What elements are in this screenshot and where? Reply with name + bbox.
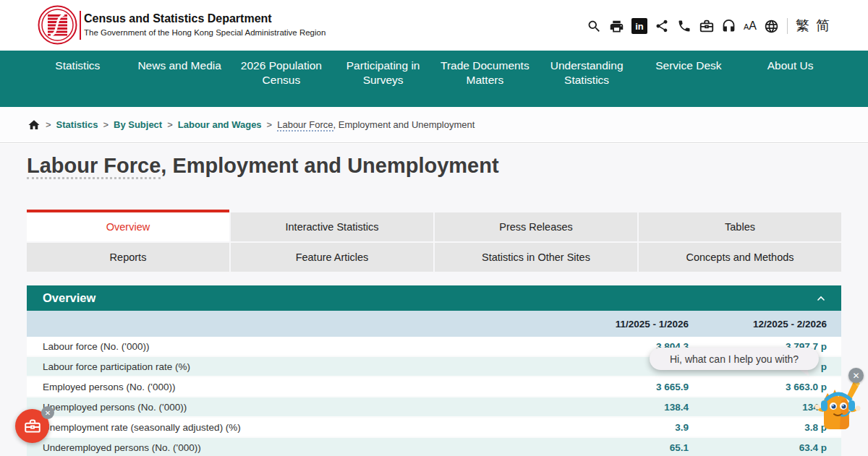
row-label: Unemployment rate (seasonally adjusted) … — [43, 422, 551, 433]
lang-traditional-chinese[interactable]: 繁 — [796, 17, 809, 35]
row-label: Labour force (No. ('000)) — [43, 341, 551, 352]
row-label: Unemployed persons (No. ('000)) — [43, 402, 551, 413]
tab-concepts-and-methods[interactable]: Concepts and Methods — [639, 243, 841, 272]
breadcrumb-current-rest: , Employment and Unemployment — [333, 119, 475, 130]
breadcrumb-link-statistics[interactable]: Statistics — [56, 119, 98, 130]
csd-logo-icon[interactable] — [38, 5, 77, 45]
row-label: Underemployed persons (No. ('000)) — [43, 442, 551, 453]
page-title-rest: , Employment and Unemployment — [161, 154, 498, 177]
table-header-period-1: 11/2025 - 1/2026 — [551, 319, 689, 330]
lang-simplified-chinese[interactable]: 简 — [816, 17, 830, 35]
language-globe-icon[interactable] — [763, 18, 779, 34]
overview-section-header[interactable]: Overview — [27, 285, 841, 311]
chat-close-icon[interactable]: ✕ — [848, 368, 864, 383]
brand-divider — [80, 11, 81, 40]
phone-icon[interactable] — [676, 18, 692, 34]
linkedin-icon[interactable]: in — [631, 18, 647, 34]
nav-item-service-desk[interactable]: Service Desk — [638, 51, 740, 107]
tab-interactive-statistics[interactable]: Interactive Statistics — [231, 210, 433, 241]
breadcrumb-current-term: Labour Force — [277, 119, 333, 132]
overview-section-title: Overview — [43, 291, 95, 305]
tab-overview[interactable]: Overview — [27, 210, 229, 241]
row-value-2: 3.8 p — [689, 422, 827, 433]
fab-close-icon[interactable]: ✕ — [41, 406, 54, 419]
row-label: Labour force participation rate (%) — [43, 361, 551, 372]
overview-section: Overview 11/2025 - 1/2026 12/2025 - 2/20… — [27, 285, 841, 456]
main-nav: Statistics News and Media 2026 Populatio… — [0, 51, 868, 107]
nav-item-statistics[interactable]: Statistics — [27, 51, 129, 107]
breadcrumb-separator: > — [267, 119, 273, 130]
chatbot-mascot[interactable] — [814, 379, 862, 436]
table-header-period-2: 12/2025 - 2/2026 — [689, 319, 827, 330]
tab-press-releases[interactable]: Press Releases — [435, 210, 637, 241]
section-tabs: Overview Interactive Statistics Press Re… — [27, 210, 841, 272]
row-value-1: 65.1 — [551, 442, 689, 453]
nav-item-about-us[interactable]: About Us — [739, 51, 841, 107]
page-title: Labour Force, Employment and Unemploymen… — [27, 154, 499, 178]
nav-item-2026-population-census[interactable]: 2026 Population Census — [231, 51, 333, 107]
table-row: Underemployed persons (No. ('000)) 65.1 … — [27, 438, 841, 456]
row-value-1: 3 665.9 — [551, 382, 689, 392]
row-value-1: 3.9 — [551, 422, 689, 433]
row-value-1: 138.4 — [551, 402, 689, 413]
headset-icon[interactable] — [721, 18, 737, 34]
row-value-2: 63.4 p — [689, 442, 827, 453]
breadcrumb-link-by-subject[interactable]: By Subject — [114, 119, 162, 130]
table-row: Unemployment rate (seasonally adjusted) … — [27, 418, 841, 438]
site-subtitle: The Government of the Hong Kong Special … — [84, 28, 326, 37]
icon-divider — [787, 18, 788, 34]
breadcrumb-separator: > — [46, 119, 51, 130]
site-title: Census and Statistics Department — [84, 12, 272, 25]
table-row: Employed persons (No. ('000)) 3 665.9 3 … — [27, 377, 841, 397]
home-icon[interactable] — [27, 119, 41, 132]
breadcrumb-current-page: Labour Force, Employment and Unemploymen… — [277, 119, 475, 130]
row-label: Employed persons (No. ('000)) — [43, 382, 551, 392]
breadcrumb-separator: > — [103, 119, 109, 130]
nav-item-trade-documents-matters[interactable]: Trade Documents Matters — [434, 51, 536, 107]
utility-icon-bar: in AA 繁 简 — [587, 15, 830, 37]
tab-reports[interactable]: Reports — [27, 243, 229, 272]
font-size-icon[interactable]: AA — [744, 20, 757, 33]
share-icon[interactable] — [654, 18, 670, 34]
collapse-chevron-up-icon[interactable] — [815, 293, 827, 304]
toolbox-icon[interactable] — [699, 18, 715, 34]
breadcrumb: > Statistics > By Subject > Labour and W… — [0, 107, 868, 143]
search-icon[interactable] — [587, 18, 603, 34]
site-header: Census and Statistics Department The Gov… — [0, 0, 868, 51]
tab-feature-articles[interactable]: Feature Articles — [231, 243, 433, 272]
tab-tables[interactable]: Tables — [639, 210, 841, 241]
nav-item-understanding-statistics[interactable]: Understanding Statistics — [536, 51, 638, 107]
breadcrumb-link-labour-and-wages[interactable]: Labour and Wages — [178, 119, 262, 130]
chat-greeting-bubble[interactable]: Hi, what can I help you with? — [650, 348, 819, 370]
nav-item-news-and-media[interactable]: News and Media — [129, 51, 231, 107]
row-value-2: 134.7 — [689, 402, 827, 413]
toolbox-icon — [23, 417, 42, 436]
breadcrumb-separator: > — [167, 119, 173, 130]
table-header-row: 11/2025 - 1/2026 12/2025 - 2/2026 — [27, 311, 841, 337]
print-icon[interactable] — [609, 18, 625, 34]
page-title-term: Labour Force — [27, 154, 161, 179]
row-value-2: 3 663.0 p — [689, 382, 827, 392]
tab-statistics-in-other-sites[interactable]: Statistics in Other Sites — [435, 243, 637, 272]
page: Census and Statistics Department The Gov… — [0, 0, 868, 456]
table-row: Unemployed persons (No. ('000)) 138.4 13… — [27, 397, 841, 418]
nav-item-participating-in-surveys[interactable]: Participating in Surveys — [332, 51, 434, 107]
